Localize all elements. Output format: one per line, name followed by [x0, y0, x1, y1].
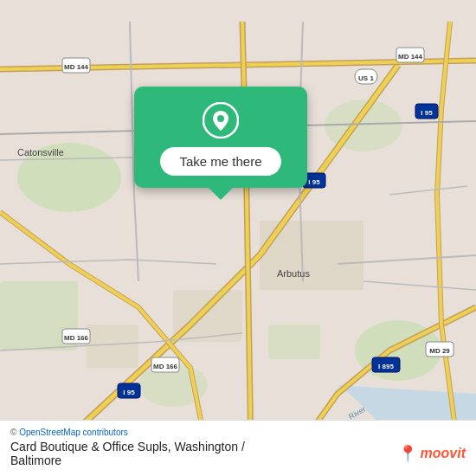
svg-rect-6: [268, 325, 320, 359]
location-pin-icon: [203, 102, 239, 138]
svg-point-36: [217, 115, 224, 122]
svg-rect-10: [87, 325, 138, 368]
osm-credit: © OpenStreetMap contributors: [10, 428, 466, 437]
location-info: Card Boutique & Office Supls, Washington…: [10, 440, 245, 467]
take-me-there-button[interactable]: Take me there: [160, 147, 280, 176]
popup-card: Take me there: [134, 87, 307, 188]
svg-text:MD 166: MD 166: [153, 363, 178, 370]
svg-text:I 95: I 95: [308, 178, 320, 186]
map-container: River: [0, 0, 476, 476]
moovit-brand-text: moovit: [421, 446, 466, 461]
svg-text:Catonsville: Catonsville: [17, 147, 64, 158]
svg-text:I 95: I 95: [123, 389, 135, 396]
location-name: Card Boutique & Office Supls, Washington…: [10, 440, 245, 453]
moovit-logo[interactable]: 📍 moovit: [398, 444, 466, 463]
location-sub: Baltimore: [10, 453, 245, 467]
svg-text:MD 144: MD 144: [64, 63, 89, 71]
svg-text:MD 166: MD 166: [64, 334, 89, 342]
svg-text:Arbutus: Arbutus: [277, 268, 310, 279]
osm-link[interactable]: OpenStreetMap contributors: [19, 428, 128, 437]
svg-text:I 895: I 895: [378, 363, 394, 370]
svg-text:MD 144: MD 144: [398, 53, 423, 61]
svg-text:I 95: I 95: [421, 109, 433, 117]
location-row: Card Boutique & Office Supls, Washington…: [10, 440, 466, 467]
moovit-pin-icon: 📍: [398, 444, 417, 463]
svg-text:US 1: US 1: [358, 74, 374, 82]
bottom-bar: © OpenStreetMap contributors Card Boutiq…: [0, 420, 476, 476]
svg-text:MD 29: MD 29: [429, 347, 450, 355]
